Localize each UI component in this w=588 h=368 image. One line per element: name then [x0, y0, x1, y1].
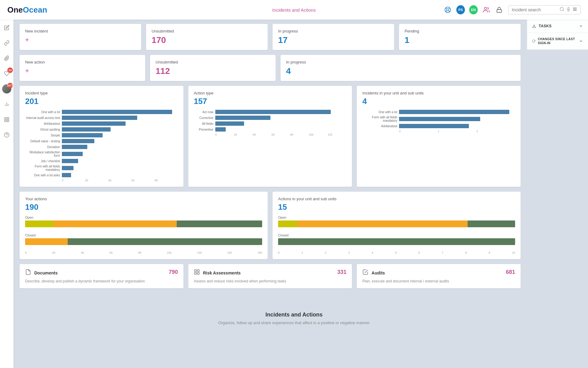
sidebar: 24 2077 [0, 20, 13, 368]
bar-track [62, 173, 178, 177]
bar-segment [278, 220, 297, 227]
axis-label: 10 [512, 251, 515, 254]
new-incident-add[interactable]: + [25, 36, 29, 44]
new-action-card[interactable]: New action + [20, 55, 145, 81]
bar-label: Arkifanetest [362, 125, 399, 128]
users-icon[interactable] [482, 6, 491, 14]
sidebar-item-help[interactable] [2, 130, 12, 140]
incidents-unit-value: 4 [362, 97, 515, 106]
stacked-axis: 020406080100120140160 [25, 251, 262, 254]
bar-fill [399, 110, 509, 114]
axis-label: 2 [477, 130, 515, 133]
svg-line-9 [563, 10, 564, 11]
search-box[interactable] [508, 5, 581, 14]
sidebar-item-heart[interactable]: 24 [2, 69, 12, 79]
bar-label: Ghost spotting [25, 128, 62, 131]
tasks-panel-item[interactable]: TASKS [527, 20, 588, 33]
audits-card[interactable]: Audits 681 Plan, execute and document in… [357, 264, 521, 288]
sidebar-item-avatar[interactable]: 2077 [2, 84, 12, 94]
stacked-axis: 012345678910 [278, 251, 515, 254]
audits-title: Audits [371, 270, 385, 275]
nav-right: PS EN [443, 5, 581, 14]
en-badge[interactable]: EN [469, 6, 478, 14]
bar-row: Arkifanetest [362, 124, 515, 128]
documents-desc: Describe, develop and publish a dynamic … [25, 279, 178, 283]
stacked-open: Open [25, 216, 262, 227]
new-action-add[interactable]: + [25, 67, 29, 75]
axis-label: 20 [234, 133, 253, 136]
search-icon[interactable] [560, 7, 564, 13]
axis-label: 0 [215, 133, 234, 136]
svg-point-1 [447, 9, 449, 11]
bar-fill [215, 127, 226, 132]
in-progress-incident-card[interactable]: In progress 17 [273, 24, 394, 50]
svg-rect-27 [197, 273, 199, 274]
documents-count: 790 [169, 269, 178, 275]
charts-row-1: Incident type 201 One with a lot Interna… [20, 86, 521, 187]
axis-label: 0 [278, 251, 280, 254]
hamburger-icon[interactable] [572, 7, 577, 13]
documents-card[interactable]: Documents 790 Describe, develop and publ… [20, 264, 183, 288]
incidents-unit-title: Incidents in your unit and sub units [362, 91, 515, 95]
pending-label: Pending [405, 29, 515, 33]
bar-fill [215, 116, 270, 120]
logo[interactable]: OneOcean [7, 5, 47, 15]
bar-track [62, 110, 178, 114]
svg-line-5 [449, 8, 450, 9]
download-icon [532, 24, 536, 28]
axis-label: 40 [108, 179, 131, 182]
bar-track [215, 127, 347, 132]
sidebar-item-link[interactable] [2, 38, 12, 48]
sidebar-item-edit[interactable] [2, 23, 12, 33]
unsubmitted-incident-value: 170 [152, 35, 262, 45]
sidebar-item-grid[interactable] [2, 115, 12, 125]
axis-label: 3 [348, 251, 350, 254]
document-icon [25, 269, 31, 277]
axis-label: 20 [85, 179, 108, 182]
lock-icon[interactable] [495, 6, 503, 14]
svg-rect-25 [194, 270, 196, 272]
new-incident-card[interactable]: New incident + [20, 24, 141, 50]
bar-label: Workplace satisfaction form [25, 151, 62, 157]
action-type-bar-chart: Act now Corrective All fields Preventive [194, 110, 347, 136]
lifebuoy-icon[interactable] [443, 6, 452, 14]
open-label: Open [25, 216, 262, 219]
bar-row: All fields [194, 121, 347, 126]
svg-rect-7 [497, 10, 502, 12]
actions-unit-stacked: Open Closed 012345678910 [278, 216, 515, 254]
bar-row: Job / checklist [25, 159, 178, 163]
in-progress-action-card[interactable]: In progress 4 [281, 55, 521, 81]
svg-line-3 [449, 11, 450, 12]
bar-fill [62, 166, 74, 170]
pending-card[interactable]: Pending 1 [399, 24, 521, 50]
incident-type-bar-chart: One with a lot Internal audit access tes… [25, 110, 178, 182]
top-navigation: OneOcean Incidents and Actions PS EN [0, 0, 588, 20]
svg-rect-21 [5, 120, 6, 122]
bar-label: One with a lot [362, 110, 399, 114]
bar-row: One with a lot [25, 110, 178, 114]
bar-fill [62, 152, 83, 156]
unsubmitted-action-card[interactable]: Unsubmitted 112 [150, 55, 276, 81]
bar-segment [177, 220, 262, 227]
axis-label: 140 [227, 251, 232, 254]
unsubmitted-incident-card[interactable]: Unsubmitted 170 [146, 24, 268, 50]
bar-label: Act now [194, 110, 215, 114]
bar-track [62, 166, 178, 170]
axis-label: 100 [309, 133, 328, 136]
changes-panel-item[interactable]: CHANGES SINCE LAST SIGN-IN [527, 33, 588, 50]
in-progress-incident-value: 17 [278, 35, 389, 45]
bar-track [62, 116, 178, 120]
bar-fill [62, 145, 87, 149]
checkbox-icon [362, 269, 368, 277]
search-input[interactable] [512, 7, 558, 12]
ps-badge[interactable]: PS [456, 6, 465, 14]
sidebar-item-chart[interactable] [2, 99, 12, 109]
bar-segment [68, 238, 262, 245]
axis-label: 80 [138, 251, 141, 254]
mic-icon[interactable] [566, 7, 571, 13]
pending-value: 1 [405, 35, 515, 45]
risk-assessments-card[interactable]: Risk Assessments 331 Assess and reduce r… [188, 264, 352, 288]
bar-label: Deviation [25, 145, 62, 149]
sidebar-item-clip[interactable] [2, 53, 12, 63]
bar-fill [62, 121, 126, 126]
